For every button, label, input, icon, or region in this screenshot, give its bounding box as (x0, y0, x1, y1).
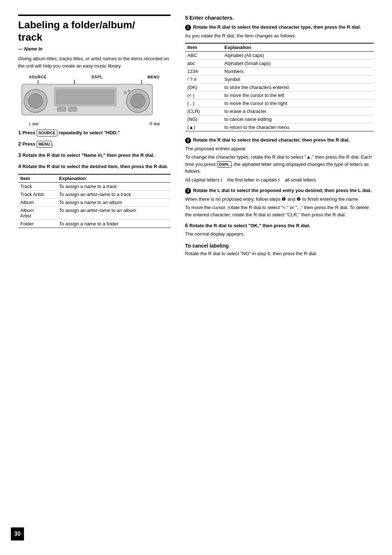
table-characters: Item Explanation ABC Alphabet (All caps)… (185, 43, 374, 131)
cancel-heading: To cancel labeling (185, 243, 374, 249)
step-3: 3 Rotate the R dial to select "Name In,"… (18, 151, 171, 159)
step-5-heading: 5 Enter characters. (185, 15, 374, 21)
svg-rect-7 (56, 90, 114, 104)
table-row: AlbumArtist To assign an artist name to … (18, 207, 171, 220)
table-row: Folder To assign a name to a folder (18, 220, 171, 228)
step-6: 6 Rotate the R dial to select "OK," then… (185, 222, 374, 238)
table2-header-explanation: Explanation (222, 43, 374, 52)
table1-header-explanation: Explanation (57, 174, 171, 183)
svg-point-5 (28, 94, 43, 108)
menu-label: MENU (148, 75, 160, 79)
step-1: 1 Press SOURCE repeatedly to select "HDD… (18, 129, 171, 136)
table-row: (OK) to store the characters entered (185, 83, 374, 91)
l-dial-label: L dial (29, 122, 38, 126)
substep-1: 1 Rotate the R dial to select the desire… (185, 24, 374, 39)
table-items: Item Explanation Track To assign a name … (18, 174, 171, 228)
circle-1: 1 (185, 25, 191, 30)
table-row: abc Alphabet (Small caps) (185, 60, 374, 68)
table-row: Track Artist To assign an artist name to… (18, 191, 171, 199)
intro-text: Giving album titles, tracks titles, or a… (18, 55, 171, 69)
source-label: SOURCE (29, 75, 47, 79)
table-row: (CLR) to erase a character (185, 107, 374, 115)
source-kbd: SOURCE (37, 130, 57, 136)
menu-kbd: MENU (37, 141, 52, 148)
table2-header-item: Item (185, 43, 222, 52)
substep-3: 3 Rotate the L dial to select the propos… (185, 187, 374, 218)
step-4: 4 Rotate the R dial to select the desire… (18, 163, 171, 170)
r-dial-label: R dial (150, 122, 160, 126)
step-2: 2 Press MENU. (18, 140, 171, 148)
svg-rect-8 (57, 107, 66, 111)
table1-header-item: Item (18, 174, 57, 183)
table-row: 1234 Numbers (185, 68, 374, 76)
page-title: Labeling a folder/album/ track (18, 15, 171, 43)
right-column: 5 Enter characters. 1 Rotate the R dial … (185, 15, 374, 261)
table-row: Track To assign a name to a track (18, 183, 171, 191)
table-row: ! ? # Symbol (185, 76, 374, 83)
dspl-label: DSPL (91, 75, 103, 79)
svg-rect-9 (68, 107, 77, 111)
substep-2: 2 Rotate the R dial to select the desire… (185, 136, 374, 183)
table-row: (NG) to cancel name editing (185, 115, 374, 123)
circle-2: 2 (185, 138, 191, 143)
svg-point-12 (124, 91, 127, 94)
table-row: ABC Alphabet (All caps) (185, 52, 374, 60)
device-svg (18, 80, 156, 120)
svg-point-13 (128, 90, 130, 92)
dspl-kbd: DSPL (217, 161, 231, 168)
circle-3: 3 (185, 188, 191, 194)
subtitle: — Name In (18, 46, 171, 52)
left-column: Labeling a folder/album/ track — Name In… (18, 15, 171, 261)
device-diagram: SOURCE DSPL MENU (18, 75, 171, 126)
page-number: 30 (11, 527, 24, 540)
cancel-body: Rotate the R dial to select "NG" in step… (185, 250, 374, 257)
svg-point-11 (131, 94, 145, 108)
table-row: Album To assign a name to an album (18, 199, 171, 207)
table-row: ( , ) to move the cursor to the right (185, 99, 374, 107)
table-row: (< ) to move the cursor to the left (185, 91, 374, 99)
table-row: (▲) to return to the character menu (185, 123, 374, 131)
